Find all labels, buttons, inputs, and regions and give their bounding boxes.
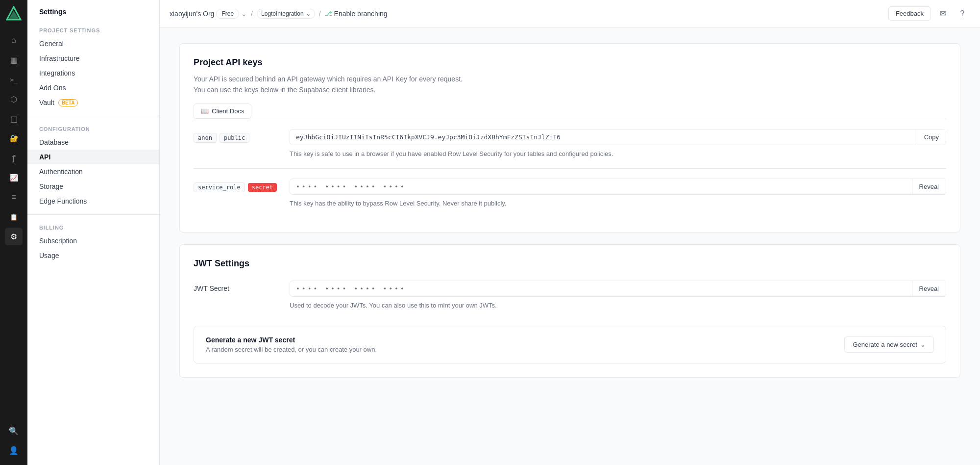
- sidebar-item-storage[interactable]: Storage: [27, 179, 159, 194]
- api-keys-description: Your API is secured behind an API gatewa…: [194, 74, 946, 96]
- storage-icon[interactable]: ◫: [5, 110, 23, 128]
- sidebar-item-database[interactable]: Database: [27, 135, 159, 150]
- anon-key-hint: This key is safe to use in a browser if …: [290, 149, 946, 159]
- search-nav-icon[interactable]: 🔍: [5, 422, 23, 439]
- feedback-button[interactable]: Feedback: [888, 6, 931, 21]
- generate-box-text: Generate a new JWT secret A random secre…: [206, 336, 377, 353]
- org-breadcrumb: xiaoyijun's Org Free ⌄: [170, 9, 247, 19]
- generate-new-secret-button[interactable]: Generate a new secret ⌄: [844, 336, 934, 353]
- sidebar-item-authentication[interactable]: Authentication: [27, 164, 159, 179]
- billing-section-label: BILLING: [27, 221, 159, 233]
- functions-icon[interactable]: ƒ: [5, 149, 23, 167]
- anon-key-input-row: Copy: [290, 129, 946, 145]
- topbar: xiaoyijun's Org Free ⌄ / LogtoIntegratio…: [160, 0, 980, 27]
- terminal-icon[interactable]: >_: [5, 71, 23, 88]
- help-icon[interactable]: ?: [955, 6, 970, 22]
- anon-key-row: anon public Copy This key is safe to use…: [194, 119, 946, 169]
- service-role-input-row: Reveal: [290, 179, 946, 195]
- sidebar-item-edge-functions[interactable]: Edge Functions: [27, 194, 159, 208]
- service-key-hint: This key has the ability to bypass Row L…: [290, 199, 946, 208]
- sidebar-item-usage[interactable]: Usage: [27, 248, 159, 263]
- branch-label[interactable]: Enable branching: [334, 10, 388, 18]
- chevron-down-icon: ⌄: [920, 341, 926, 348]
- sidebar-app-title: Settings: [39, 8, 66, 16]
- breadcrumb: xiaoyijun's Org Free ⌄ / LogtoIntegratio…: [170, 9, 884, 19]
- anon-key-field: Copy This key is safe to use in a browse…: [290, 129, 946, 159]
- reveal-service-key-button[interactable]: Reveal: [912, 179, 946, 194]
- jwt-settings-card: JWT Settings JWT Secret Reveal Used to d…: [179, 244, 960, 378]
- jwt-hint: Used to decode your JWTs. You can also u…: [290, 301, 946, 310]
- generate-box-title: Generate a new JWT secret: [206, 336, 377, 344]
- jwt-secret-row: JWT Secret Reveal Used to decode your JW…: [194, 275, 946, 320]
- configuration-section-label: CONFIGURATION: [27, 122, 159, 135]
- advisors-icon[interactable]: 📋: [5, 208, 23, 226]
- project-name: LogtoIntegration: [261, 10, 304, 17]
- sidebar-item-integrations[interactable]: Integrations: [27, 66, 159, 80]
- sidebar-item-general[interactable]: General: [27, 36, 159, 51]
- sidebar-item-api[interactable]: API: [27, 150, 159, 164]
- jwt-secret-input[interactable]: [290, 281, 912, 296]
- sidebar-item-subscription[interactable]: Subscription: [27, 233, 159, 248]
- sidebar-item-addons[interactable]: Add Ons: [27, 80, 159, 95]
- anon-key-labels: anon public: [194, 129, 282, 143]
- mail-icon[interactable]: ✉: [935, 6, 951, 22]
- main-wrapper: xiaoyijun's Org Free ⌄ / LogtoIntegratio…: [160, 0, 980, 465]
- anon-tag: anon: [194, 133, 217, 143]
- project-chevron-icon: ⌄: [306, 10, 311, 17]
- reveal-jwt-button[interactable]: Reveal: [912, 281, 946, 296]
- secret-tag: secret: [248, 183, 277, 192]
- project-breadcrumb[interactable]: LogtoIntegration ⌄: [257, 9, 315, 19]
- topbar-actions: Feedback ✉ ?: [888, 6, 970, 22]
- api-keys-title: Project API keys: [194, 57, 946, 68]
- api-keys-card: Project API keys Your API is secured beh…: [179, 43, 960, 232]
- database-icon[interactable]: ⬡: [5, 90, 23, 108]
- org-plan-pill[interactable]: Free: [216, 9, 239, 19]
- main-content: Project API keys Your API is secured beh…: [160, 27, 980, 465]
- settings-nav-icon[interactable]: ⚙: [5, 228, 23, 245]
- jwt-input-row: Reveal: [290, 281, 946, 297]
- generate-box-desc: A random secret will be created, or you …: [206, 346, 377, 353]
- sidebar: Settings PROJECT SETTINGS General Infras…: [27, 0, 160, 465]
- project-settings-section-label: PROJECT SETTINGS: [27, 24, 159, 36]
- breadcrumb-sep-1: /: [251, 10, 253, 18]
- table-icon[interactable]: ▦: [5, 51, 23, 69]
- app-logo[interactable]: [6, 6, 22, 22]
- branch-icon: ⎇: [325, 10, 332, 17]
- reports-icon[interactable]: 📈: [5, 169, 23, 186]
- chevron-down-icon[interactable]: ⌄: [241, 10, 247, 18]
- service-role-key-row: service_role secret Reveal This key has …: [194, 168, 946, 218]
- breadcrumb-sep-2: /: [319, 10, 321, 18]
- service-role-input[interactable]: [290, 179, 912, 194]
- branch-breadcrumb: ⎇ Enable branching: [325, 10, 388, 18]
- icon-nav: ⌂ ▦ >_ ⬡ ◫ 🔐 ƒ 📈 ≡ 📋 ⚙ 🔍 👤: [0, 0, 27, 465]
- generate-label-text: Generate a new secret: [853, 341, 917, 348]
- logs-icon[interactable]: ≡: [5, 188, 23, 206]
- vault-beta-badge: BETA: [58, 99, 78, 106]
- sidebar-item-infrastructure[interactable]: Infrastructure: [27, 51, 159, 66]
- service-role-labels: service_role secret: [194, 179, 282, 192]
- profile-nav-icon[interactable]: 👤: [5, 441, 23, 459]
- book-icon: 📖: [201, 107, 209, 115]
- jwt-settings-title: JWT Settings: [194, 258, 946, 269]
- copy-anon-key-button[interactable]: Copy: [917, 129, 946, 145]
- service-role-tag: service_role: [194, 182, 245, 192]
- org-name: xiaoyijun's Org: [170, 10, 214, 18]
- auth-icon[interactable]: 🔐: [5, 129, 23, 147]
- jwt-field-wrap: Reveal Used to decode your JWTs. You can…: [290, 281, 946, 310]
- sidebar-item-vault[interactable]: Vault BETA: [27, 95, 159, 110]
- home-icon[interactable]: ⌂: [5, 31, 23, 49]
- jwt-secret-label: JWT Secret: [194, 281, 282, 292]
- client-docs-button[interactable]: 📖 Client Docs: [194, 103, 251, 119]
- anon-key-input[interactable]: [290, 129, 917, 145]
- public-tag: public: [220, 133, 249, 143]
- service-role-field: Reveal This key has the ability to bypas…: [290, 179, 946, 208]
- generate-secret-box: Generate a new JWT secret A random secre…: [194, 326, 946, 363]
